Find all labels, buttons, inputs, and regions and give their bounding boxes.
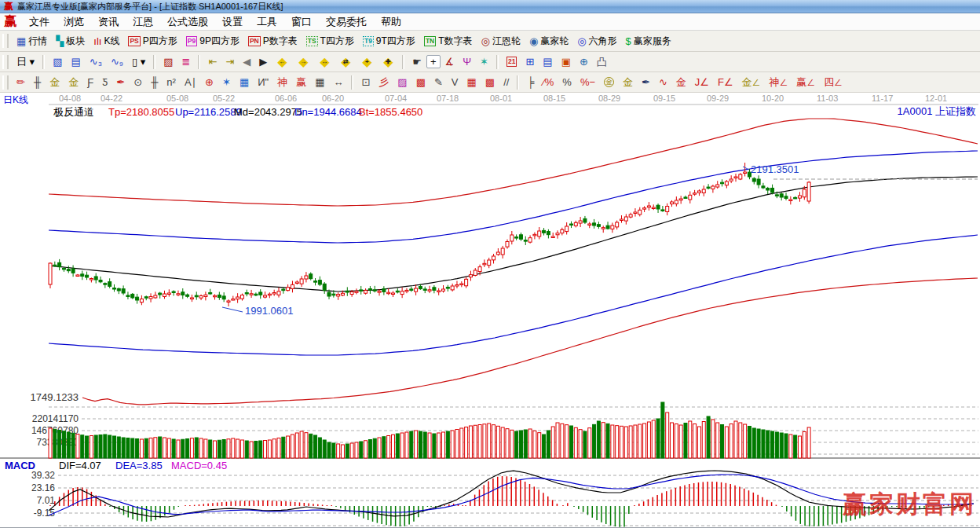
gann-shape-button[interactable]: ▧ bbox=[49, 55, 66, 68]
wave3-button[interactable]: ∿₃ bbox=[86, 55, 106, 68]
menu-item-7[interactable]: 窗口 bbox=[284, 13, 319, 31]
menu-item-6[interactable]: 工具 bbox=[250, 13, 284, 31]
red-fan-button[interactable]: 彡 bbox=[375, 75, 393, 89]
wave9-button[interactable]: ∿₉ bbox=[107, 55, 127, 68]
t-number-button[interactable]: TNT数字表 bbox=[420, 33, 477, 50]
grid-star-button[interactable]: ▦ bbox=[236, 75, 253, 89]
shen-angle-button[interactable]: 神∠ bbox=[765, 75, 792, 89]
chart-svg[interactable]: 日K线04-0804-2205-0805-2206-0606-2007-0407… bbox=[0, 93, 980, 528]
t-square-button[interactable]: TST四方形 bbox=[302, 33, 358, 50]
hexagon-button[interactable]: ◎六角形 bbox=[573, 33, 620, 50]
f-angle-button[interactable]: F∠ bbox=[714, 75, 737, 89]
zoom-horizontal-button[interactable]: ◆↔ bbox=[314, 54, 335, 70]
hand-tool-button[interactable]: ☛ bbox=[408, 55, 426, 68]
gold-angle-button[interactable]: 金∠ bbox=[738, 75, 765, 89]
crosshair-tool-button[interactable]: + bbox=[426, 55, 441, 68]
print-button[interactable]: 凸 bbox=[593, 55, 611, 68]
pattern-tool-button[interactable]: ✶ bbox=[476, 55, 492, 68]
ink-pen-button[interactable]: ✒ bbox=[638, 75, 654, 89]
mirror-button[interactable]: A∣ bbox=[181, 75, 200, 89]
wave-band-button[interactable]: ∿ bbox=[655, 75, 671, 89]
calculator-button[interactable]: ⊞ bbox=[521, 55, 538, 68]
last-page-button[interactable]: ⇥ bbox=[221, 55, 238, 68]
n2-button[interactable]: n² bbox=[163, 75, 180, 89]
volume-bar bbox=[656, 419, 660, 458]
calendar-button[interactable]: 21 bbox=[503, 55, 521, 68]
red-grid-button[interactable]: ▦ bbox=[463, 75, 481, 89]
expand-button[interactable]: ◆+ bbox=[357, 54, 377, 70]
t-number-button-label: T数字表 bbox=[438, 35, 472, 48]
menu-item-4[interactable]: 公式选股 bbox=[160, 13, 215, 31]
percent-lines-button[interactable]: %− bbox=[576, 75, 599, 89]
circle-cross-button[interactable]: ⊕ bbox=[201, 75, 218, 89]
zoom-left-button[interactable]: ◆← bbox=[272, 54, 292, 70]
ray-pencil-button[interactable]: ✎ bbox=[430, 75, 447, 89]
candle-style-dropdown[interactable]: ▯ ▾ bbox=[128, 55, 149, 68]
gold-red-button[interactable]: 金 bbox=[672, 75, 690, 89]
star-grid-button[interactable]: ✶ bbox=[218, 75, 235, 89]
prev-page-button[interactable]: ◀ bbox=[239, 55, 254, 68]
profile-chart-button[interactable]: ≣ bbox=[178, 55, 195, 68]
percent-slash-button[interactable]: ∕% bbox=[539, 75, 558, 89]
menu-item-5[interactable]: 设置 bbox=[215, 13, 250, 31]
grid-123-button[interactable]: ▦ bbox=[311, 75, 328, 89]
gold-circle-button[interactable]: 金 bbox=[600, 75, 618, 89]
menu-item-1[interactable]: 浏览 bbox=[57, 13, 91, 31]
gann-fan-tool-button[interactable]: Ψ bbox=[459, 55, 475, 68]
si-angle-button[interactable]: 四∠ bbox=[820, 75, 847, 89]
fan-box2-button[interactable]: ▩ bbox=[412, 75, 430, 89]
info-list-button[interactable]: ▤ bbox=[67, 55, 84, 68]
red-marker-button[interactable]: ✒ bbox=[112, 75, 129, 89]
next-page-button[interactable]: ▶ bbox=[255, 55, 271, 68]
menu-item-8[interactable]: 交易委托 bbox=[319, 13, 374, 31]
spiral-button[interactable]: Ƽ bbox=[98, 75, 112, 89]
time-cycle-button[interactable]: ⊙ bbox=[130, 75, 146, 89]
9t-square-button[interactable]: T99T四方形 bbox=[359, 33, 419, 50]
zoom-right-button[interactable]: ◆→ bbox=[293, 54, 313, 70]
menu-item-0[interactable]: 文件 bbox=[22, 13, 57, 31]
span-arrow-button[interactable]: ↔ bbox=[329, 75, 347, 89]
menu-item-9[interactable]: 帮助 bbox=[374, 13, 408, 31]
parallel-button[interactable]: // bbox=[499, 75, 513, 89]
box-tool-button[interactable]: ⊡ bbox=[357, 75, 374, 89]
price-ruler-button[interactable]: ╞ bbox=[523, 75, 538, 89]
compress-button[interactable]: ◆⇄ bbox=[335, 54, 356, 70]
angle-tool-button[interactable]: ∡ bbox=[441, 55, 459, 68]
tick-ruler-button[interactable]: ╫ bbox=[147, 75, 162, 89]
winner-service-button[interactable]: $赢家服务 bbox=[622, 33, 675, 50]
period-day-dropdown[interactable]: 日 ▾ bbox=[13, 55, 38, 68]
cross-expand-button[interactable]: ◆✚ bbox=[378, 54, 398, 70]
gold-gate-button[interactable]: 金 bbox=[46, 75, 64, 89]
p-square-button[interactable]: PSP四方形 bbox=[124, 33, 181, 50]
first-page-button[interactable]: ⇤ bbox=[204, 55, 221, 68]
notepad-button[interactable]: ▤ bbox=[539, 55, 556, 68]
percent-button[interactable]: % bbox=[558, 75, 576, 89]
shen-button[interactable]: 神 bbox=[273, 75, 291, 89]
menu-item-2[interactable]: 资讯 bbox=[91, 13, 126, 31]
menu-item-3[interactable]: 江恩 bbox=[126, 13, 160, 31]
v-bottom-button[interactable]: V bbox=[448, 75, 463, 89]
sectors-button[interactable]: ▚板块 bbox=[52, 33, 89, 50]
quotes-button[interactable]: ▦行情 bbox=[13, 33, 51, 50]
9p-square-button[interactable]: P99P四方形 bbox=[182, 33, 243, 50]
fan-box-button[interactable]: ▨ bbox=[393, 75, 411, 89]
gann-wheel-button[interactable]: ◎江恩轮 bbox=[477, 33, 525, 50]
ying-angle-button[interactable]: 赢∠ bbox=[792, 75, 819, 89]
chart-area[interactable]: 日K线04-0804-2205-0805-2206-0606-2007-0407… bbox=[0, 93, 980, 528]
kline-button[interactable]: ılıK线 bbox=[90, 33, 123, 50]
k-mark-button[interactable]: И" bbox=[254, 75, 272, 89]
volume-bar bbox=[551, 427, 554, 458]
red-pattern-button[interactable]: ▨ bbox=[159, 55, 177, 68]
j-angle-button[interactable]: J∠ bbox=[691, 75, 713, 89]
red-grid2-button[interactable]: ▩ bbox=[481, 75, 499, 89]
f-ruler-button[interactable]: Ƒ bbox=[83, 75, 97, 89]
export-web-button[interactable]: ⊕ bbox=[576, 55, 592, 68]
time-ruler-button[interactable]: ╫ bbox=[30, 75, 45, 89]
draw-brush-button[interactable]: ✏ bbox=[13, 75, 29, 89]
p-number-button[interactable]: PNP数字表 bbox=[244, 33, 302, 50]
gold-lines-button[interactable]: 金 bbox=[619, 75, 637, 89]
gold-gate2-button[interactable]: 金 bbox=[64, 75, 82, 89]
ying-button[interactable]: 赢 bbox=[292, 75, 310, 89]
save-button[interactable]: ▣ bbox=[558, 55, 575, 68]
winner-wheel-button[interactable]: ◉赢家轮 bbox=[525, 33, 572, 50]
